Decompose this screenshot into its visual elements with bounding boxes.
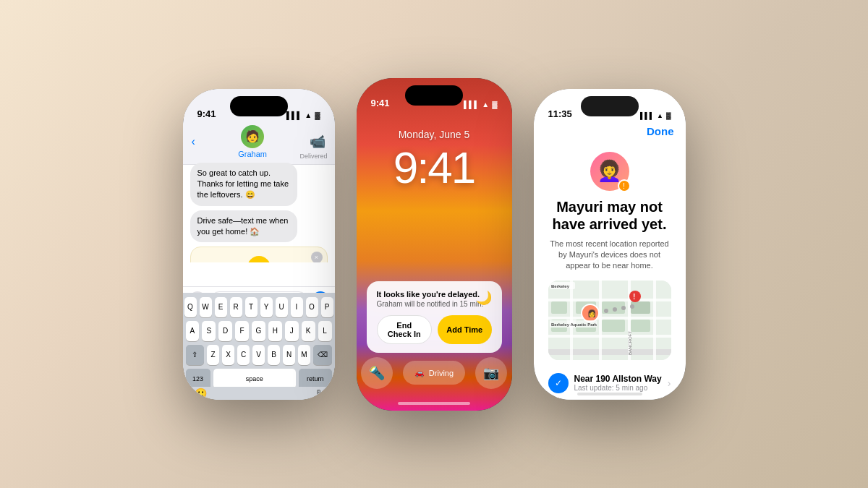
warning-badge: ! bbox=[618, 179, 631, 192]
user-avatar: 👩‍🦱 ! bbox=[590, 152, 629, 191]
message-text: So great to catch up. Thanks for letting… bbox=[197, 168, 289, 200]
key-delete[interactable]: ⌫ bbox=[313, 345, 332, 365]
key-e[interactable]: E bbox=[215, 297, 227, 317]
messages-list: Delivered So great to catch up. Thanks f… bbox=[183, 147, 335, 262]
key-n[interactable]: N bbox=[283, 345, 295, 365]
car-icon: 🚗 bbox=[414, 368, 425, 377]
svg-rect-9 bbox=[551, 301, 567, 314]
avatar-emoji: 👩‍🦱 bbox=[597, 159, 622, 183]
driving-mode-button[interactable]: 🚗 Driving bbox=[403, 361, 465, 385]
dynamic-island-3 bbox=[581, 96, 639, 116]
svg-rect-1 bbox=[548, 299, 671, 301]
done-button[interactable]: Done bbox=[647, 125, 674, 137]
add-time-button[interactable]: Add Time bbox=[438, 315, 492, 344]
phone-messages: 9:41 ▌▌▌ ▲ ▓ ‹ 🧑 Graham 📹 Delivered So g… bbox=[183, 89, 335, 400]
svg-point-22 bbox=[613, 307, 617, 312]
close-card-button[interactable]: × bbox=[311, 252, 323, 262]
signal-icon-3: ▌▌▌ bbox=[640, 112, 654, 119]
key-r[interactable]: R bbox=[230, 297, 242, 317]
key-f[interactable]: F bbox=[235, 321, 249, 341]
signal-icon: ▌▌▌ bbox=[286, 111, 302, 119]
check-in-card: × ✓ Check In Home · Berkeley Around 11:0… bbox=[190, 247, 328, 262]
emoji-icon[interactable]: 🙂 bbox=[195, 388, 207, 399]
svg-text:!: ! bbox=[633, 293, 635, 301]
lock-screen-date: Monday, June 5 bbox=[357, 129, 512, 140]
message-bubble: So great to catch up. Thanks for letting… bbox=[190, 163, 297, 206]
svg-rect-6 bbox=[599, 281, 602, 360]
keyboard-accessories: 🙂 🎙 bbox=[183, 387, 335, 400]
message-bubble: Drive safe—text me when you get home! 🏠 bbox=[190, 210, 297, 243]
status-time-2: 9:41 bbox=[371, 98, 390, 108]
flashlight-button[interactable]: 🔦 bbox=[361, 357, 393, 389]
driving-label: Driving bbox=[429, 369, 454, 377]
key-l[interactable]: L bbox=[318, 321, 332, 341]
key-y[interactable]: Y bbox=[260, 297, 273, 317]
location-update-time: Last update: 5 min ago bbox=[574, 384, 662, 392]
key-shift[interactable]: ⇧ bbox=[186, 345, 205, 365]
svg-point-24 bbox=[630, 304, 634, 309]
signal-icon-2: ▌▌▌ bbox=[464, 100, 479, 108]
key-c[interactable]: C bbox=[237, 345, 250, 365]
home-indicator-3 bbox=[577, 393, 642, 395]
keyboard-row-1: Q W E R T Y U I O P bbox=[186, 297, 332, 317]
notification-title: It looks like you're delayed. bbox=[377, 290, 492, 299]
battery-icon-2: ▓ bbox=[492, 100, 497, 108]
key-s[interactable]: S bbox=[202, 321, 216, 341]
key-i[interactable]: I bbox=[291, 297, 303, 317]
key-123[interactable]: 123 bbox=[186, 369, 210, 389]
delivered-status: Delivered bbox=[190, 153, 328, 160]
status-time-3: 11:35 bbox=[548, 108, 572, 119]
key-u[interactable]: U bbox=[276, 297, 288, 317]
location-name: Near 190 Allston Way bbox=[574, 374, 662, 384]
avatar-container: 👩‍🦱 ! bbox=[548, 152, 671, 191]
key-o[interactable]: O bbox=[306, 297, 318, 317]
checkin-content: 👩‍🦱 ! Mayuri may not have arrived yet. T… bbox=[534, 145, 686, 400]
svg-text:👩: 👩 bbox=[587, 309, 597, 318]
lock-screen-notification: It looks like you're delayed. Graham wil… bbox=[367, 281, 502, 353]
key-t[interactable]: T bbox=[245, 297, 258, 317]
key-b[interactable]: B bbox=[268, 345, 280, 365]
key-z[interactable]: Z bbox=[207, 345, 219, 365]
key-j[interactable]: J bbox=[285, 321, 299, 341]
key-v[interactable]: V bbox=[252, 345, 265, 365]
svg-text:BANCROFT: BANCROFT bbox=[628, 330, 632, 354]
location-check-icon: ✓ bbox=[548, 373, 569, 393]
battery-icon-3: ▓ bbox=[666, 112, 671, 119]
svg-rect-2 bbox=[548, 317, 671, 320]
location-text: Near 190 Allston Way Last update: 5 min … bbox=[574, 374, 662, 392]
status-icons-1: ▌▌▌ ▲ ▓ bbox=[286, 111, 320, 119]
status-icons-2: ▌▌▌ ▲ ▓ bbox=[464, 100, 497, 108]
key-a[interactable]: A bbox=[186, 321, 200, 341]
key-return[interactable]: return bbox=[299, 369, 332, 389]
key-q[interactable]: Q bbox=[184, 297, 197, 317]
wifi-icon-2: ▲ bbox=[482, 100, 489, 108]
svg-rect-4 bbox=[548, 349, 671, 355]
mic-icon[interactable]: 🎙 bbox=[315, 388, 323, 398]
svg-text:Berkeley Aquatic Park: Berkeley Aquatic Park bbox=[551, 322, 597, 327]
notification-subtitle: Graham will be notified in 15 min. bbox=[377, 300, 492, 308]
key-k[interactable]: K bbox=[302, 321, 315, 341]
phone-checkin-status: 11:35 ▌▌▌ ▲ ▓ Done 👩‍🦱 ! Mayuri may not … bbox=[534, 89, 686, 400]
notification-buttons: End Check In Add Time bbox=[377, 315, 492, 344]
end-check-in-button[interactable]: End Check In bbox=[377, 315, 433, 344]
check-in-icon: ✓ bbox=[247, 256, 271, 262]
map-view: ! 👩 Berkeley Aquatic Park Berkeley bbox=[548, 281, 671, 360]
dynamic-island-2 bbox=[405, 85, 463, 106]
key-m[interactable]: M bbox=[298, 345, 310, 365]
message-text: Drive safe—text me when you get home! 🏠 bbox=[197, 216, 289, 236]
key-w[interactable]: W bbox=[200, 297, 212, 317]
key-g[interactable]: G bbox=[252, 321, 265, 341]
key-space[interactable]: space bbox=[213, 369, 296, 389]
checkin-subtitle: The most recent location reported by May… bbox=[548, 239, 671, 272]
status-icons-3: ▌▌▌ ▲ ▓ bbox=[640, 112, 671, 119]
lock-screen-time: 9:41 bbox=[357, 142, 512, 193]
key-p[interactable]: P bbox=[321, 297, 333, 317]
contact-avatar: 🧑 bbox=[241, 125, 264, 148]
key-d[interactable]: D bbox=[218, 321, 232, 341]
key-x[interactable]: X bbox=[222, 345, 234, 365]
svg-rect-16 bbox=[631, 320, 650, 332]
checkin-title: Mayuri may not have arrived yet. bbox=[548, 198, 671, 233]
svg-rect-8 bbox=[653, 281, 656, 360]
key-h[interactable]: H bbox=[268, 321, 282, 341]
camera-button[interactable]: 📷 bbox=[475, 357, 507, 389]
